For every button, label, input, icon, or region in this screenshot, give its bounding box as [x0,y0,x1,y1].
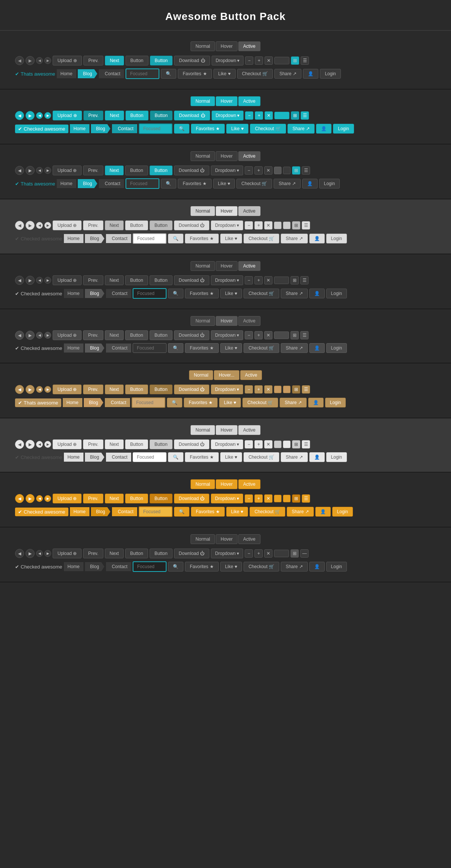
next-btn-9[interactable]: Next [105,494,124,503]
like-btn-2[interactable]: Like ♥ [226,124,248,134]
dropdown-btn-4[interactable]: Dropdown ▾ [211,220,243,230]
nav-blog-4[interactable]: Blog [85,234,104,243]
nav-contact-5[interactable]: Contact [106,289,131,298]
prev-btn-7[interactable]: Prev. [83,385,103,394]
prev-next-left-6[interactable]: ◀ [36,332,43,339]
share-btn-1[interactable]: Share ↗ [274,69,301,79]
next-btn-3[interactable]: Next [105,166,124,175]
share-btn-6[interactable]: Share ↗ [281,343,307,353]
nav-contact-3[interactable]: Contact [99,179,124,188]
button2-5[interactable]: Button [150,275,173,285]
focused-input-6[interactable] [133,343,166,353]
prev-btn-8[interactable]: Prev. [83,439,103,449]
button1-1[interactable]: Button [126,56,148,65]
upload-btn-3[interactable]: Upload ⊕ [53,166,82,175]
prev-btn-2[interactable]: Prev. [83,111,103,120]
state-tab-hover-7[interactable]: Hover... [214,370,239,380]
search-icon-8[interactable]: 🔍 [168,452,183,462]
prev-arrow-btn-2[interactable]: ◀ [15,111,24,120]
prev-btn-9[interactable]: Prev. [83,494,103,503]
plus-btn-6[interactable]: + [254,331,263,339]
prev-next-left-7[interactable]: ◀ [36,386,43,393]
checkout-btn-2[interactable]: Checkout 🛒 [250,124,286,134]
prev-btn-6[interactable]: Prev. [83,330,103,340]
download-btn-8[interactable]: Download ⏻ [174,439,210,449]
like-btn-8[interactable]: Like ♥ [220,452,242,462]
state-tab-normal-5[interactable]: Normal [191,261,215,271]
state-tab-active-7[interactable]: Active [240,370,262,380]
nav-home-10[interactable]: Home [64,562,83,571]
like-btn-7[interactable]: Like ♥ [219,398,241,407]
prev-next-left-3[interactable]: ◀ [36,167,43,174]
prev-arrow-btn-4[interactable]: ◀ [15,221,24,230]
minus-btn-8[interactable]: − [245,440,253,448]
state-tab-active-5[interactable]: Active [238,261,260,271]
list-view-btn-3[interactable]: ☰ [302,166,310,175]
favorites-btn-8[interactable]: Favorites ★ [185,452,219,462]
next-arrow-btn-4[interactable]: ▶ [26,221,35,230]
focused-input-7[interactable] [132,397,165,408]
download-btn-5[interactable]: Download ⏻ [174,275,210,285]
focused-input-1[interactable] [126,68,159,79]
grid-view-btn-5[interactable]: ⊞ [291,276,299,284]
prev-btn-4[interactable]: Prev. [83,220,103,230]
prev-btn-5[interactable]: Prev. [83,275,103,285]
login-btn-4[interactable]: Login [326,234,347,243]
next-btn-4[interactable]: Next [105,220,124,230]
button1-2[interactable]: Button [126,111,148,120]
nav-blog-2[interactable]: Blog [91,124,110,133]
checkout-btn-9[interactable]: Checkout 🛒 [250,507,285,517]
favorites-btn-1[interactable]: Favorites ★ [178,69,212,79]
state-tab-active-6[interactable]: Active [238,316,260,326]
plus-btn-4[interactable]: + [254,221,263,230]
state-tab-normal-3[interactable]: Normal [191,151,215,161]
list-view-btn-1[interactable]: ☰ [301,56,309,65]
next-btn-7[interactable]: Next [105,385,124,394]
favorites-btn-6[interactable]: Favorites ★ [185,343,219,353]
list-view-btn-10[interactable]: — [300,549,309,558]
search-icon-2[interactable]: 🔍 [174,124,189,134]
list-view-btn-8[interactable]: ☰ [302,440,310,448]
nav-contact-8[interactable]: Contact [106,453,131,462]
prev-next-right-1[interactable]: ▶ [44,57,51,64]
next-btn-5[interactable]: Next [105,275,124,285]
search-icon-5[interactable]: 🔍 [168,289,183,298]
favorites-btn-2[interactable]: Favorites ★ [191,124,225,134]
state-tab-hover-1[interactable]: Hover [216,41,238,51]
download-btn-4[interactable]: Download ⏻ [174,220,210,230]
minus-btn-2[interactable]: − [245,111,253,120]
state-tab-normal-9[interactable]: Normal [191,479,215,489]
state-tab-hover-8[interactable]: Hover [216,425,238,435]
minus-btn-9[interactable]: − [245,494,253,503]
button1-3[interactable]: Button [125,166,148,175]
favorites-btn-9[interactable]: Favorites ★ [191,507,225,517]
prev-next-left-8[interactable]: ◀ [36,441,43,448]
grid-view-btn-1[interactable]: ⊞ [291,56,299,65]
plus-btn-7[interactable]: + [254,385,263,394]
download-btn-9[interactable]: Download ⏻ [174,494,210,503]
search-icon-10[interactable]: 🔍 [168,562,183,572]
state-tab-normal-10[interactable]: Normal [191,534,215,544]
checkout-btn-4[interactable]: Checkout 🛒 [244,234,279,243]
nav-contact-6[interactable]: Contact [106,344,131,353]
prev-next-right-8[interactable]: ▶ [44,441,51,448]
nav-home-1[interactable]: Home [57,69,76,78]
upload-btn-10[interactable]: Upload ⊕ [53,549,82,558]
state-tab-normal-2[interactable]: Normal [191,96,215,106]
next-btn-1[interactable]: Next [105,56,124,65]
upload-btn-6[interactable]: Upload ⊕ [53,330,82,340]
next-arrow-btn-5[interactable]: ▶ [26,276,35,285]
nav-contact-7[interactable]: Contact [105,398,130,407]
prev-arrow-btn-8[interactable]: ◀ [15,440,24,449]
upload-btn-2[interactable]: Upload ⊕ [53,111,82,120]
share-btn-7[interactable]: Share ↗ [280,398,306,407]
dropdown-btn-2[interactable]: Dropdown ▾ [212,111,244,120]
search-icon-6[interactable]: 🔍 [168,343,183,353]
upload-btn-7[interactable]: Upload ⊕ [53,385,82,394]
nav-contact-9[interactable]: Contact [112,507,137,516]
nav-contact-2[interactable]: Contact [112,124,137,133]
close-btn-6[interactable]: ✕ [264,331,272,339]
like-btn-3[interactable]: Like ♥ [213,179,235,188]
minus-btn-5[interactable]: − [245,276,253,284]
state-tab-hover-2[interactable]: Hover [216,96,238,106]
